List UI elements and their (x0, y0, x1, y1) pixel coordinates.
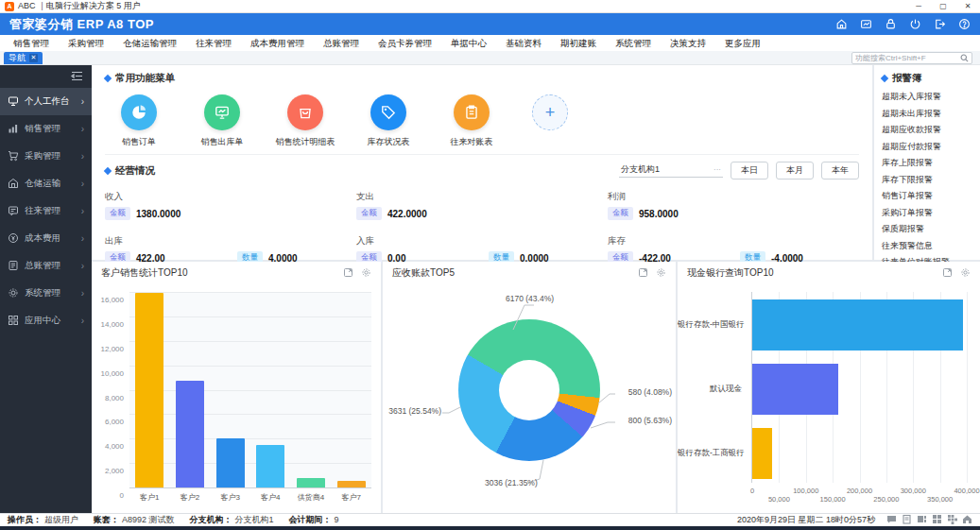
bar-chart-icon (8, 123, 19, 136)
menu-item[interactable]: 销售管理 (4, 35, 59, 51)
gridline (129, 366, 371, 367)
sidebar-item-ledger[interactable]: 总账管理 (0, 252, 92, 280)
menu-item[interactable]: 期初建账 (551, 35, 606, 51)
status-label: 分支机构： (190, 515, 232, 524)
menu-item[interactable]: 成本费用管理 (241, 35, 314, 51)
note-icon[interactable] (902, 514, 912, 526)
x-tick-label: 350,000 (927, 495, 953, 504)
tab-close-icon[interactable]: ✕ (29, 54, 38, 62)
help-icon[interactable] (958, 18, 971, 30)
alarm-item[interactable]: 超期应收款报警 (882, 122, 972, 139)
amount-badge: 金额 (356, 207, 382, 220)
alarm-item[interactable]: 超期应付款报警 (882, 139, 972, 156)
menu-item[interactable]: 往来管理 (186, 35, 241, 51)
menu-item[interactable]: 仓储运输管理 (113, 35, 186, 51)
tile-reconciliation[interactable]: 往来对账表 (438, 94, 506, 148)
menu-item[interactable]: 会员卡券管理 (369, 35, 441, 51)
diamond-icon (104, 166, 112, 174)
document-icon (8, 205, 19, 218)
stat-amount: 1380.0000 (136, 209, 181, 219)
home-icon[interactable] (962, 514, 972, 526)
gear-icon[interactable] (361, 265, 371, 282)
x-tick-label: 50,000 (768, 495, 790, 504)
tile-inventory-status[interactable]: 库存状况表 (354, 94, 422, 148)
period-button-month[interactable]: 本月 (776, 162, 814, 180)
expand-icon[interactable] (343, 265, 353, 282)
expand-icon[interactable] (942, 265, 953, 282)
home-icon[interactable] (835, 18, 848, 30)
receivables-donut-body: 6170 (43.4%) 580 (4.08%) 800 (5.63%) 303… (383, 284, 676, 513)
gear-icon[interactable] (656, 265, 666, 282)
pie-icon (121, 94, 157, 130)
lock-icon[interactable] (885, 18, 897, 30)
gear-icon[interactable] (960, 265, 971, 282)
cart-icon (8, 150, 19, 163)
close-button[interactable]: ✕ (955, 0, 980, 12)
sidebar-item-label: 成本费用 (25, 232, 60, 245)
message-icon[interactable] (886, 514, 897, 526)
status-label: 操作员： (8, 515, 42, 524)
tile-sales-delivery[interactable]: 销售出库单 (188, 94, 256, 148)
alarm-item[interactable]: 超期未出库报警 (882, 106, 972, 123)
sidebar-item-cost[interactable]: 成本费用 (0, 225, 92, 252)
stat-amount: 958.0000 (639, 209, 679, 219)
tile-label: 销售订单 (122, 136, 156, 148)
search-icon[interactable] (960, 49, 969, 66)
receivables-chart-panel: 应收账款TOP5 (383, 262, 676, 513)
menu-item[interactable]: 系统管理 (606, 35, 661, 51)
tile-sales-report[interactable]: 销售统计明细表 (271, 94, 339, 148)
sidebar-item-purchase[interactable]: 采购管理 (0, 143, 92, 170)
period-button-year[interactable]: 本年 (821, 162, 859, 180)
minimize-button[interactable]: ─ (906, 0, 931, 12)
alarm-item[interactable]: 超期未入库报警 (882, 89, 972, 106)
sidebar-item-contacts[interactable]: 往来管理 (0, 197, 92, 225)
x-tick-label: 客户2 (170, 492, 211, 503)
stat-expense: 支出 金额422.0000 (356, 191, 608, 220)
tile-sales-order[interactable]: 销售订单 (105, 94, 173, 148)
period-button-today[interactable]: 本日 (731, 162, 768, 180)
function-search (851, 52, 972, 64)
menu-item[interactable]: 单据中心 (441, 35, 496, 51)
menu-item[interactable]: 采购管理 (59, 35, 113, 51)
menu-item[interactable]: 更多应用 (715, 35, 770, 51)
search-input[interactable] (855, 54, 960, 62)
alarm-item[interactable]: 库存下限报警 (882, 172, 972, 189)
power-icon[interactable] (909, 18, 921, 30)
sidebar-item-warehouse[interactable]: 仓储运输 (0, 170, 92, 197)
menu-item[interactable]: 基础资料 (496, 35, 551, 51)
alarm-item[interactable]: 保质期报警 (882, 221, 972, 238)
tab-navigation[interactable]: 导航 ✕ (4, 52, 43, 64)
bar (256, 445, 284, 487)
sidebar-item-label: 往来管理 (25, 205, 60, 217)
menu-item[interactable]: 总账管理 (314, 35, 369, 51)
sidebar-collapse-icon[interactable] (71, 68, 83, 85)
stat-amount: 422.0000 (387, 209, 427, 219)
add-function-button[interactable]: + (532, 94, 568, 130)
logout-icon[interactable] (934, 18, 946, 30)
sidebar-item-app-center[interactable]: 应用中心 (0, 307, 92, 334)
menu-item[interactable]: 决策支持 (661, 35, 715, 51)
alarm-item[interactable]: 销售订单报警 (882, 188, 972, 205)
grid-icon[interactable] (932, 514, 942, 526)
app-window: A ABC ｜电脑行业解决方案 5 用户 ─ ▢ ✕ 管家婆分销 ERP A8 … (0, 0, 980, 530)
alarm-item[interactable]: 采购订单报警 (882, 205, 972, 222)
sidebar-item-label: 个人工作台 (25, 95, 70, 108)
sidebar-item-personal-workspace[interactable]: 个人工作台 (0, 88, 92, 115)
customer-sales-plot: 客户1客户2客户3客户4供货商4客户7 (129, 292, 371, 488)
alarm-item[interactable]: 往来预警信息 (882, 238, 972, 255)
sidebar-item-sales[interactable]: 销售管理 (0, 115, 92, 143)
expand-icon[interactable] (638, 265, 648, 282)
panel-icon[interactable] (917, 514, 927, 526)
maximize-button[interactable]: ▢ (931, 0, 955, 12)
sidebar-item-system[interactable]: 系统管理 (0, 280, 92, 307)
dashboard-icon[interactable] (860, 18, 872, 30)
blocks-icon[interactable] (947, 514, 957, 526)
y-tick-label: 2,000 (105, 467, 124, 475)
category-label: 银行存款-中国银行 (678, 319, 748, 331)
tile-label: 销售统计明细表 (276, 136, 335, 148)
x-tick-label: 客户4 (250, 492, 291, 503)
pie-label: 3631 (25.54%) (385, 406, 441, 416)
branch-selector[interactable]: 分支机构1 (619, 163, 723, 178)
alarm-item[interactable]: 库存上限报警 (882, 155, 972, 172)
bar (176, 381, 204, 487)
